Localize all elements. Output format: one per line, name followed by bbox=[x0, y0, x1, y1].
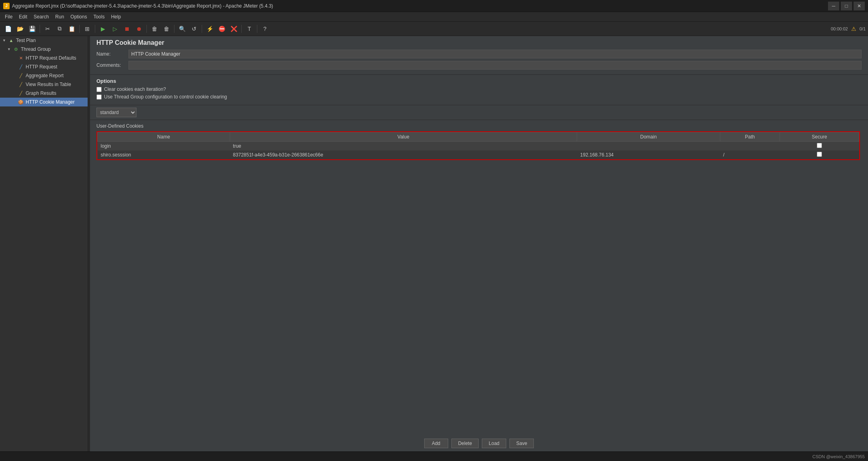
add-button[interactable]: Add bbox=[424, 439, 448, 448]
sidebar-label-http-request: HTTP Request bbox=[26, 64, 57, 70]
comments-input[interactable] bbox=[128, 61, 862, 70]
sidebar-item-http-cookie-manager[interactable]: ▼ 🍪 HTTP Cookie Manager bbox=[0, 98, 88, 106]
toolbar-sep-4 bbox=[146, 25, 147, 33]
sidebar-item-thread-group[interactable]: ▼ ⚙ Thread Group bbox=[0, 45, 88, 54]
sidebar-item-http-request[interactable]: ▼ ╱ HTTP Request bbox=[0, 62, 88, 71]
cookie-secure-1 bbox=[780, 150, 859, 159]
toolbar-sep-7 bbox=[241, 25, 242, 33]
clear-cookies-row: Clear cookies each iteration? bbox=[96, 86, 862, 92]
menu-item-search[interactable]: Search bbox=[30, 13, 52, 20]
open-button[interactable]: 📂 bbox=[14, 23, 26, 34]
main-layout: ▼ ▲ Test Plan ▼ ⚙ Thread Group ▼ ✕ HTTP … bbox=[0, 36, 868, 451]
remote-exit-button[interactable]: ❌ bbox=[228, 23, 239, 34]
test-plan-icon: ▲ bbox=[8, 37, 14, 44]
name-input[interactable] bbox=[128, 50, 862, 58]
cookie-policy-dropdown[interactable]: standard bbox=[96, 108, 136, 117]
http-cookie-manager-icon: 🍪 bbox=[18, 99, 24, 105]
count-display: 0/1 bbox=[860, 26, 866, 31]
http-request-icon: ╱ bbox=[18, 64, 24, 70]
sidebar-item-test-plan[interactable]: ▼ ▲ Test Plan bbox=[0, 36, 88, 45]
sidebar-label-test-plan: Test Plan bbox=[16, 38, 36, 43]
title-bar-text: Aggregate Report.jmx (D:\soft\apache-jme… bbox=[12, 3, 828, 9]
remote-stop-button[interactable]: ⛔ bbox=[216, 23, 227, 34]
menu-item-options[interactable]: Options bbox=[67, 13, 90, 20]
thread-group-icon: ⚙ bbox=[13, 46, 19, 52]
cookie-table-wrapper: Name Value Domain Path Secure logintrues… bbox=[96, 131, 860, 160]
sidebar-label-view-results-table: View Results in Table bbox=[26, 82, 71, 87]
table-row[interactable]: shiro.sesssion8372851f-a4e3-459a-b31e-26… bbox=[98, 150, 859, 159]
cookie-table: Name Value Domain Path Secure logintrues… bbox=[97, 132, 859, 159]
view-results-table-icon: ╱ bbox=[18, 81, 24, 88]
content-area: HTTP Cookie Manager Name: Comments: Opti… bbox=[90, 36, 868, 451]
sidebar: ▼ ▲ Test Plan ▼ ⚙ Thread Group ▼ ✕ HTTP … bbox=[0, 36, 88, 451]
save-button[interactable]: 💾 bbox=[26, 23, 38, 34]
use-thread-group-row: Use Thread Group configuration to contro… bbox=[96, 94, 862, 100]
clear-all-button[interactable]: 🗑 bbox=[161, 23, 172, 34]
stop-button[interactable]: ⏹ bbox=[121, 23, 132, 34]
expand-button[interactable]: ⊞ bbox=[82, 23, 93, 34]
menu-item-help[interactable]: Help bbox=[108, 13, 124, 20]
save-cookie-button[interactable]: Save bbox=[509, 439, 534, 448]
status-right: CSDN @weixin_43867955 bbox=[812, 454, 865, 459]
cookie-secure-0 bbox=[780, 142, 859, 151]
remote-start-button[interactable]: ⚡ bbox=[204, 23, 215, 34]
clear-button[interactable]: 🗑 bbox=[149, 23, 160, 34]
cookie-value-0: true bbox=[230, 142, 577, 151]
toolbar: 📄 📂 💾 ✂ ⧉ 📋 ⊞ ▶ ▷ ⏹ ⏺ 🗑 🗑 🔍 ↺ ⚡ ⛔ ❌ T ? … bbox=[0, 22, 868, 36]
sidebar-item-http-request-defaults[interactable]: ▼ ✕ HTTP Request Defaults bbox=[0, 54, 88, 62]
delete-button[interactable]: Delete bbox=[451, 439, 479, 448]
menu-item-file[interactable]: File bbox=[2, 13, 16, 20]
graph-results-icon: ╱ bbox=[18, 90, 24, 96]
col-header-domain: Domain bbox=[577, 132, 720, 142]
status-bar: CSDN @weixin_43867955 bbox=[0, 451, 868, 461]
table-header-row: Name Value Domain Path Secure bbox=[98, 132, 859, 142]
sidebar-label-http-request-defaults: HTTP Request Defaults bbox=[26, 55, 76, 61]
copy-button[interactable]: ⧉ bbox=[54, 23, 65, 34]
help-button[interactable]: ? bbox=[259, 23, 271, 34]
reset-button[interactable]: ↺ bbox=[188, 23, 200, 34]
minimize-button[interactable]: ─ bbox=[828, 2, 839, 10]
cut-button[interactable]: ✂ bbox=[42, 23, 53, 34]
cookie-table-section: User-Defined Cookies Name Value Domain P… bbox=[90, 120, 868, 435]
timer-display: 00:00:02 bbox=[831, 26, 848, 31]
table-row[interactable]: logintrue bbox=[98, 142, 859, 151]
use-thread-group-checkbox[interactable] bbox=[96, 94, 102, 100]
toolbar-sep-2 bbox=[79, 25, 80, 33]
load-button[interactable]: Load bbox=[482, 439, 506, 448]
comments-label: Comments: bbox=[96, 62, 128, 68]
panel-header: HTTP Cookie Manager Name: Comments: bbox=[90, 36, 868, 75]
use-thread-group-label: Use Thread Group configuration to contro… bbox=[104, 94, 227, 100]
shutdown-button[interactable]: ⏺ bbox=[133, 23, 144, 34]
start-no-pauses-button[interactable]: ▷ bbox=[109, 23, 120, 34]
sidebar-item-graph-results[interactable]: ▼ ╱ Graph Results bbox=[0, 89, 88, 98]
run-button[interactable]: ▶ bbox=[97, 23, 108, 34]
menu-item-run[interactable]: Run bbox=[52, 13, 67, 20]
sidebar-label-aggregate-report: Aggregate Report bbox=[26, 73, 64, 78]
menu-item-edit[interactable]: Edit bbox=[16, 13, 30, 20]
bottom-buttons: Add Delete Load Save bbox=[90, 435, 868, 451]
toolbar-sep-3 bbox=[95, 25, 95, 33]
col-header-path: Path bbox=[720, 132, 780, 142]
template-button[interactable]: T bbox=[244, 23, 255, 34]
cookie-path-0 bbox=[720, 142, 780, 151]
col-header-value: Value bbox=[230, 132, 577, 142]
new-button[interactable]: 📄 bbox=[2, 23, 14, 34]
search-button[interactable]: 🔍 bbox=[176, 23, 188, 34]
cookie-path-1: / bbox=[720, 150, 780, 159]
paste-button[interactable]: 📋 bbox=[66, 23, 77, 34]
dropdown-row: standard bbox=[90, 105, 868, 120]
warning-icon: ⚠ bbox=[851, 26, 856, 32]
cookie-value-1: 8372851f-a4e3-459a-b31e-2663861ec66e bbox=[230, 150, 577, 159]
app-icon: J bbox=[3, 3, 10, 9]
http-defaults-icon: ✕ bbox=[18, 55, 24, 61]
cookie-name-1: shiro.sesssion bbox=[98, 150, 230, 159]
clear-cookies-checkbox[interactable] bbox=[96, 87, 102, 92]
close-button[interactable]: ✕ bbox=[854, 2, 865, 10]
toolbar-right: 00:00:02 ⚠ 0/1 bbox=[831, 26, 866, 32]
menu-item-tools[interactable]: Tools bbox=[90, 13, 108, 20]
sidebar-item-aggregate-report[interactable]: ▼ ╱ Aggregate Report bbox=[0, 71, 88, 80]
clear-cookies-label: Clear cookies each iteration? bbox=[104, 86, 166, 92]
maximize-button[interactable]: □ bbox=[841, 2, 852, 10]
col-header-secure: Secure bbox=[780, 132, 859, 142]
sidebar-item-view-results-table[interactable]: ▼ ╱ View Results in Table bbox=[0, 80, 88, 89]
